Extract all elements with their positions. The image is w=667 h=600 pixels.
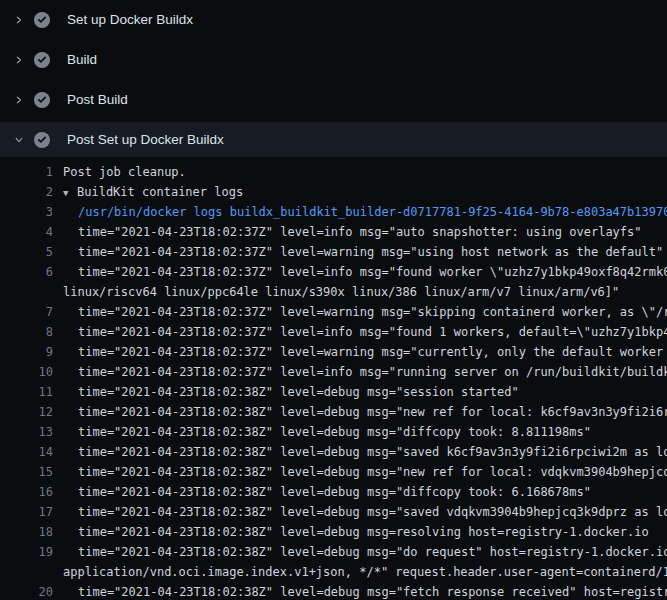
line-number[interactable]: 7 (0, 302, 53, 322)
chevron-down-icon (11, 132, 27, 148)
line-number[interactable]: 17 (0, 502, 53, 522)
log-line: 12time="2021-04-23T18:02:38Z" level=debu… (0, 402, 667, 422)
log-line: 3/usr/bin/docker logs buildx_buildkit_bu… (0, 202, 667, 222)
step-row-post-set-up-docker-buildx[interactable]: Post Set up Docker Buildx (0, 120, 667, 160)
log-line: 14time="2021-04-23T18:02:38Z" level=debu… (0, 442, 667, 462)
log-text: time="2021-04-23T18:02:37Z" level=info m… (53, 262, 667, 282)
step-list: Set up Docker BuildxBuildPost BuildPost … (0, 0, 667, 160)
log-text: time="2021-04-23T18:02:38Z" level=debug … (53, 462, 667, 482)
line-number[interactable]: 18 (0, 522, 53, 542)
line-number[interactable]: 20 (0, 582, 53, 600)
log-line: 17time="2021-04-23T18:02:38Z" level=debu… (0, 502, 667, 522)
log-line: 6time="2021-04-23T18:02:37Z" level=info … (0, 262, 667, 282)
chevron-right-icon (11, 92, 27, 108)
check-circle-icon (34, 92, 50, 108)
log-text: time="2021-04-23T18:02:37Z" level=info m… (53, 222, 642, 242)
log-text: time="2021-04-23T18:02:37Z" level=warnin… (53, 342, 667, 362)
log-text: time="2021-04-23T18:02:38Z" level=debug … (53, 382, 519, 402)
line-number[interactable]: 2 (0, 182, 53, 202)
step-title: Set up Docker Buildx (67, 10, 193, 30)
chevron-right-icon (11, 52, 27, 68)
log-text: time="2021-04-23T18:02:38Z" level=debug … (53, 402, 667, 422)
log-line: 10time="2021-04-23T18:02:37Z" level=info… (0, 362, 667, 382)
line-number[interactable]: 4 (0, 222, 53, 242)
log-line-wrap: application/vnd.oci.image.index.v1+json,… (0, 562, 667, 582)
log-text: time="2021-04-23T18:02:37Z" level=info m… (53, 362, 667, 382)
log-line: 9time="2021-04-23T18:02:37Z" level=warni… (0, 342, 667, 362)
command-text[interactable]: /usr/bin/docker logs buildx_buildkit_bui… (53, 202, 667, 222)
log-line: 11time="2021-04-23T18:02:38Z" level=debu… (0, 382, 667, 402)
log-line: 16time="2021-04-23T18:02:38Z" level=debu… (0, 482, 667, 502)
log-line: 8time="2021-04-23T18:02:37Z" level=info … (0, 322, 667, 342)
log-text: time="2021-04-23T18:02:38Z" level=debug … (53, 582, 667, 600)
line-number[interactable]: 15 (0, 462, 53, 482)
line-number[interactable]: 3 (0, 202, 53, 222)
log-line: 18time="2021-04-23T18:02:38Z" level=debu… (0, 522, 667, 542)
line-number[interactable]: 8 (0, 322, 53, 342)
log-line: 15time="2021-04-23T18:02:38Z" level=debu… (0, 462, 667, 482)
log-line: 5time="2021-04-23T18:02:37Z" level=warni… (0, 242, 667, 262)
log-text: time="2021-04-23T18:02:38Z" level=debug … (53, 422, 591, 442)
step-title: Build (67, 50, 97, 70)
log-line-wrap: linux/riscv64 linux/ppc64le linux/s390x … (0, 282, 667, 302)
log-group-toggle[interactable]: ▼BuildKit container logs (53, 182, 243, 202)
line-number[interactable]: 12 (0, 402, 53, 422)
log-text: time="2021-04-23T18:02:37Z" level=warnin… (53, 302, 667, 322)
log-line: 13time="2021-04-23T18:02:38Z" level=debu… (0, 422, 667, 442)
line-number[interactable]: 11 (0, 382, 53, 402)
line-number[interactable]: 10 (0, 362, 53, 382)
log-text: time="2021-04-23T18:02:37Z" level=info m… (53, 322, 667, 342)
step-row-set-up-docker-buildx[interactable]: Set up Docker Buildx (0, 0, 667, 40)
log-text: Post job cleanup. (53, 162, 186, 182)
log-text: time="2021-04-23T18:02:38Z" level=debug … (53, 542, 667, 562)
check-circle-icon (34, 52, 50, 68)
step-row-build[interactable]: Build (0, 40, 667, 80)
chevron-right-icon (11, 12, 27, 28)
line-number[interactable]: 1 (0, 162, 53, 182)
log-line: 4time="2021-04-23T18:02:37Z" level=info … (0, 222, 667, 242)
step-title: Post Build (67, 90, 128, 110)
log-text: application/vnd.oci.image.index.v1+json,… (53, 562, 667, 582)
log-area: 1Post job cleanup.2▼BuildKit container l… (0, 160, 667, 600)
line-number[interactable]: 9 (0, 342, 53, 362)
log-line: 19time="2021-04-23T18:02:38Z" level=debu… (0, 542, 667, 562)
check-circle-icon (34, 12, 50, 28)
line-number[interactable]: 19 (0, 542, 53, 562)
log-text: time="2021-04-23T18:02:37Z" level=warnin… (53, 242, 663, 262)
step-row-post-build[interactable]: Post Build (0, 80, 667, 120)
log-group-label: BuildKit container logs (77, 185, 243, 199)
log-text: linux/riscv64 linux/ppc64le linux/s390x … (53, 282, 619, 302)
group-collapse-icon: ▼ (63, 183, 77, 203)
check-circle-icon (34, 132, 50, 148)
line-number (0, 562, 53, 582)
log-line: 2▼BuildKit container logs (0, 182, 667, 202)
line-number[interactable]: 16 (0, 482, 53, 502)
step-title: Post Set up Docker Buildx (67, 130, 224, 150)
log-line: 20time="2021-04-23T18:02:38Z" level=debu… (0, 582, 667, 600)
log-text: time="2021-04-23T18:02:38Z" level=debug … (53, 522, 649, 542)
log-line: 7time="2021-04-23T18:02:37Z" level=warni… (0, 302, 667, 322)
log-text: time="2021-04-23T18:02:38Z" level=debug … (53, 482, 591, 502)
line-number[interactable]: 6 (0, 262, 53, 282)
line-number[interactable]: 5 (0, 242, 53, 262)
log-text: time="2021-04-23T18:02:38Z" level=debug … (53, 442, 667, 462)
log-line: 1Post job cleanup. (0, 162, 667, 182)
line-number[interactable]: 13 (0, 422, 53, 442)
line-number (0, 282, 53, 302)
log-text: time="2021-04-23T18:02:38Z" level=debug … (53, 502, 667, 522)
line-number[interactable]: 14 (0, 442, 53, 462)
